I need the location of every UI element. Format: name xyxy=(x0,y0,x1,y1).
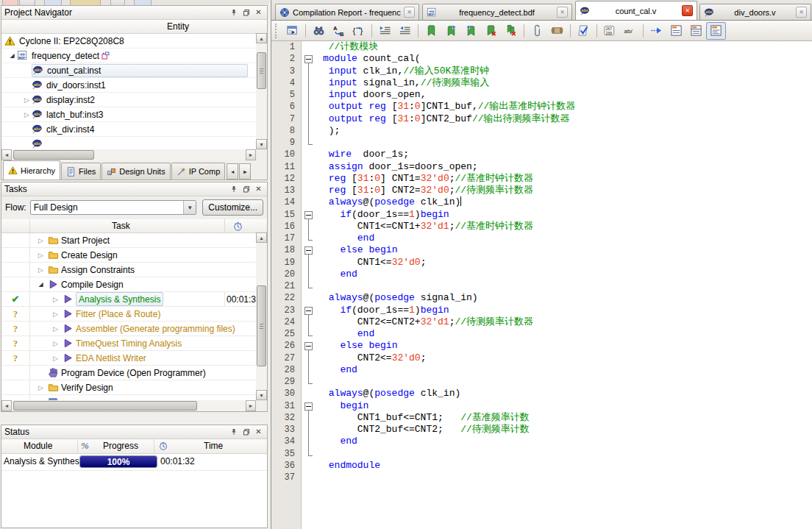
code-line[interactable]: end xyxy=(323,328,812,340)
scroll-up-icon[interactable]: ▲ xyxy=(256,232,267,243)
task-row[interactable]: ▷Verify Design xyxy=(1,380,267,395)
code-line[interactable]: //计数模块 xyxy=(323,41,812,53)
tasks-horizontal-scrollbar[interactable]: ◄ ► xyxy=(1,400,256,411)
code-line[interactable]: input clk_in,//输入50K基准时钟 xyxy=(323,65,812,77)
code-line[interactable]: CNT1<=CNT1+32'd1;//基准时钟计数器 xyxy=(323,221,812,232)
code-line[interactable]: end xyxy=(323,269,812,280)
scroll-thumb[interactable] xyxy=(13,401,197,411)
code-line[interactable]: CNT2<=32'd0; xyxy=(323,352,812,364)
code-editor[interactable]: 1234567891011121314151617181920212223242… xyxy=(271,41,812,529)
editor-tab-div-doors-v[interactable]: abcdiv_doors.v✕ xyxy=(699,4,811,20)
fold-collapse-icon[interactable] xyxy=(304,402,313,411)
expander-icon[interactable]: ▷ xyxy=(36,266,46,274)
tasks-vertical-scrollbar[interactable]: ▲ ▼ xyxy=(256,232,267,400)
float-window-icon[interactable] xyxy=(241,427,252,437)
task-row[interactable]: ▷Start Project xyxy=(1,233,267,248)
scroll-down-icon[interactable]: ▼ xyxy=(256,139,267,149)
code-line[interactable]: CNT1<=32'd0; xyxy=(323,257,812,269)
comment-button[interactable]: ab/ xyxy=(620,22,640,40)
task-row[interactable]: ?▷EDA Netlist Writer xyxy=(1,351,267,366)
tree-row[interactable]: abcdiv_doors:inst1 xyxy=(1,78,267,93)
code-text[interactable]: //计数模块module count_cal( input clk_in,//输… xyxy=(323,41,812,529)
code-line[interactable]: end xyxy=(323,436,812,447)
code-line[interactable]: reg [31:0] CNT1=32'd0;//基准时钟计数器 xyxy=(323,173,812,185)
fold-collapse-icon[interactable] xyxy=(304,211,313,219)
code-line[interactable]: reg [31:0] CNT2=32'd0;//待测频率计数器 xyxy=(323,185,812,196)
task-row[interactable]: ▷Assign Constraints xyxy=(1,263,267,277)
chevron-down-icon[interactable]: ▼ xyxy=(183,201,196,214)
close-icon[interactable]: ✕ xyxy=(253,427,264,437)
fold-cell[interactable] xyxy=(302,340,323,352)
close-icon[interactable]: ✕ xyxy=(253,184,264,194)
code-line[interactable]: begin xyxy=(323,400,812,412)
tree-row[interactable]: ▷abclatch_buf:inst3 xyxy=(1,107,267,122)
code-line[interactable]: wire door_1s; xyxy=(323,149,812,160)
scroll-thumb[interactable] xyxy=(257,52,266,89)
code-line[interactable]: always@(posedge clk_in) xyxy=(323,196,812,208)
customize-button[interactable]: Customize... xyxy=(202,199,263,216)
fold-cell[interactable] xyxy=(302,209,323,221)
status-table-header[interactable]: Module % Progress Time xyxy=(1,439,267,454)
pin-icon[interactable] xyxy=(228,7,239,18)
expander-icon[interactable]: ◢ xyxy=(36,281,46,288)
code-line[interactable]: assign door_1s=doors_open; xyxy=(323,161,812,173)
tree-row[interactable]: abcclk_div:inst4 xyxy=(1,122,267,137)
bookmark-toggle-button[interactable] xyxy=(421,22,441,40)
flow-select[interactable]: Full Design ▼ xyxy=(30,200,197,215)
navigator-tab-design-units[interactable]: Design Units xyxy=(102,163,170,180)
code-line[interactable]: if(door_1s==1)begin xyxy=(323,209,812,221)
code-line[interactable]: input signal_in,//待测频率输入 xyxy=(323,77,812,89)
replace-button[interactable]: AB xyxy=(329,22,349,40)
code-line[interactable]: output reg [31:0]CNT1_buf,//输出基准时钟计数器 xyxy=(323,101,812,113)
fold-cell[interactable] xyxy=(302,305,323,316)
float-window-icon[interactable] xyxy=(241,184,252,194)
code-line[interactable]: end xyxy=(323,232,812,244)
editor-tab-frequency-detect-bdf[interactable]: BDFfrequency_detect.bdf✕ xyxy=(422,4,572,20)
fold-collapse-icon[interactable] xyxy=(304,246,313,255)
pin-icon[interactable] xyxy=(228,184,239,194)
view-full-button[interactable] xyxy=(706,22,726,40)
macro-button[interactable] xyxy=(547,22,567,40)
scroll-left-icon[interactable]: ◄ xyxy=(1,400,12,411)
expander-icon[interactable]: ▷ xyxy=(51,355,60,362)
expander-icon[interactable]: ▷ xyxy=(51,340,60,347)
close-tab-icon[interactable]: ✕ xyxy=(557,7,568,18)
code-line[interactable] xyxy=(323,137,812,149)
code-line[interactable]: else begin xyxy=(323,340,812,352)
scroll-thumb[interactable] xyxy=(13,150,94,160)
tree-row[interactable]: Cyclone II: EP2C8Q208C8 xyxy=(1,34,267,49)
find-button[interactable] xyxy=(309,22,329,40)
code-line[interactable]: always@(posedge clk_in) xyxy=(323,388,812,400)
tree-vertical-scrollbar[interactable]: ▲ ▼ xyxy=(256,33,267,149)
close-tab-icon[interactable]: ✕ xyxy=(796,7,807,18)
detach-editor-button[interactable] xyxy=(282,22,302,40)
task-row[interactable]: ▷Create Design xyxy=(1,248,267,263)
bookmark-delete-all-button[interactable] xyxy=(501,22,521,40)
code-line[interactable]: module count_cal( xyxy=(323,53,812,65)
editor-tab-count-cal-v[interactable]: abccount_cal.v✕ xyxy=(575,1,697,20)
expander-icon[interactable]: ▷ xyxy=(36,252,46,259)
task-row[interactable]: ?▷TimeQuest Timing Analysis xyxy=(1,336,267,351)
expander-icon[interactable]: ▷ xyxy=(22,111,32,118)
code-line[interactable]: ); xyxy=(323,125,812,137)
task-row[interactable]: Program Device (Open Programmer) xyxy=(1,366,267,380)
goto-line-button[interactable]: 267268 xyxy=(600,22,620,40)
close-tab-icon[interactable]: ✕ xyxy=(682,5,693,16)
close-tab-icon[interactable]: ✕ xyxy=(404,7,415,18)
check-syntax-button[interactable] xyxy=(574,22,594,40)
expander-icon[interactable]: ▷ xyxy=(51,296,60,303)
scroll-down-icon[interactable]: ▼ xyxy=(256,390,267,400)
fold-collapse-icon[interactable] xyxy=(304,307,313,315)
pin-icon[interactable] xyxy=(228,427,239,437)
tree-row[interactable]: abccount_cal:inst xyxy=(1,63,267,78)
tab-scroll-left-icon[interactable]: ◂ xyxy=(227,163,238,180)
code-line[interactable] xyxy=(323,280,812,292)
insert-file-button[interactable] xyxy=(527,22,547,40)
editor-tab-compilation-report-frequency-detect[interactable]: Compilation Report - frequency_detect✕ xyxy=(275,4,419,20)
code-line[interactable]: output reg [31:0]CNT2_buf//输出待测频率计数器 xyxy=(323,113,812,125)
bookmark-next-button[interactable] xyxy=(441,22,461,40)
expander-icon[interactable]: ▷ xyxy=(51,325,60,333)
code-line[interactable]: CNT2_buf<=CNT2; //待测频率计数 xyxy=(323,424,812,436)
navigator-tab-hierarchy[interactable]: Hierarchy xyxy=(3,160,60,180)
fold-cell[interactable] xyxy=(302,400,323,412)
